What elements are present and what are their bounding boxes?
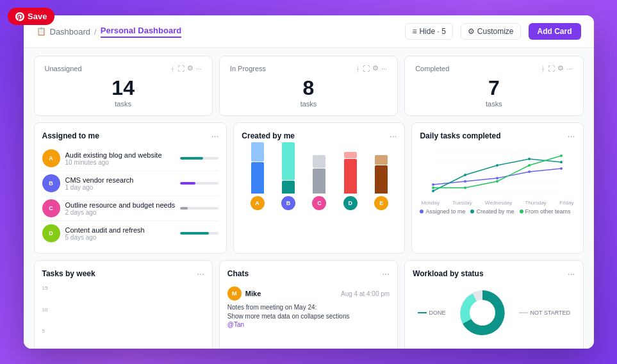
task-avatar: A [42,149,60,167]
svg-point-13 [528,158,531,160]
bar-avatar: E [374,196,388,210]
svg-point-14 [560,161,563,163]
task-time: 10 minutes ago [65,159,176,166]
bar-stack [276,142,301,194]
bar-top [251,142,264,161]
hide-icon: ≡ [412,27,416,36]
line-chart-svg [420,146,575,197]
main-content: Unassigned ⟊ ⛶ ⚙ ··· 14 tasks In Progres… [24,48,594,349]
breadcrumb-parent: Dashboard [50,27,91,37]
daily-menu-icon[interactable]: ··· [568,131,575,141]
chat-item: M Mike Aug 4 at 4:00 pm Notes from meeti… [227,284,390,331]
stat-card-unassigned: Unassigned ⟊ ⛶ ⚙ ··· 14 tasks [34,56,213,116]
week-bar [181,335,204,349]
expand-icon-2[interactable]: ⛶ [548,65,555,72]
week-y-label: 10 [42,307,202,313]
task-avatar: B [42,174,60,192]
task-item: B CMS vendor research 1 day ago [42,171,219,196]
pie-label-done-text: DONE [429,310,446,316]
chat-user: Mike [245,290,261,297]
stats-row: Unassigned ⟊ ⛶ ⚙ ··· 14 tasks In Progres… [34,56,584,116]
svg-point-19 [560,154,563,157]
task-info: Content audit and refresh 5 days ago [65,226,176,241]
bar-group: D [338,152,363,210]
task-item: A Audit existing blog and website 10 min… [42,146,219,171]
svg-point-21 [470,300,495,326]
svg-point-7 [496,177,498,179]
task-info: Audit existing blog and website 10 minut… [65,151,176,166]
bar-stack [338,152,363,194]
bar-avatar: C [312,196,326,210]
tasks-week-chart [55,335,204,349]
assigned-menu-icon[interactable]: ··· [211,131,219,141]
bar-stack [368,155,394,194]
settings-icon-2[interactable]: ⚙ [557,64,564,72]
bar-stack [306,155,332,194]
created-widget-title: Created by me [242,131,295,140]
workload-title: Workload by status [413,269,483,278]
stat-label-2: Completed [415,65,449,72]
bottom-row: Tasks by week ··· 15105 [34,260,584,349]
chat-time: Aug 4 at 4:00 pm [341,290,390,297]
settings-icon-1[interactable]: ⚙ [372,64,379,72]
svg-point-5 [432,183,434,186]
more-icon[interactable]: ··· [196,65,202,72]
task-name: Content audit and refresh [65,226,176,234]
chat-mention[interactable]: @Tan [227,321,390,328]
more-icon-1[interactable]: ··· [381,65,387,72]
stat-icons: ⟊ ⛶ ⚙ ··· [170,64,202,72]
task-info: Outline resource and budget needs 2 days… [65,201,176,216]
more-icon-2[interactable]: ··· [566,65,572,72]
task-progress-bar [180,207,188,210]
filter-icon[interactable]: ⟊ [170,65,175,72]
svg-point-18 [528,164,531,167]
created-bar-chart: A B C D E [242,146,397,210]
breadcrumb-current: Personal Dashboard [101,26,181,38]
filter-icon-1[interactable]: ⟊ [356,65,360,72]
week-bar [131,335,154,349]
filter-icon-2[interactable]: ⟊ [541,65,545,72]
task-progress [180,157,218,160]
task-item: D Content audit and refresh 5 days ago [42,221,219,245]
assigned-widget-title: Assigned to me [42,131,99,140]
task-info: CMS vendor research 1 day ago [65,176,176,191]
task-name: Outline resource and budget needs [65,201,176,209]
add-card-button[interactable]: Add Card [529,23,581,40]
x-label-fri: Friday [559,200,573,206]
legend-assigned-label: Assigned to me [425,208,465,215]
customize-button[interactable]: ⚙ Customize [461,23,521,40]
save-button[interactable]: Save [8,8,54,25]
breadcrumb-separator: / [94,27,97,37]
svg-point-11 [464,174,466,176]
legend-other: From other teams [520,208,571,215]
task-name: Audit existing blog and website [65,151,176,159]
stat-icons-1: ⟊ ⛶ ⚙ ··· [356,64,387,72]
daily-tasks-widget: Daily tasks completed ··· [411,122,583,254]
pie-labels-left: DONE [418,310,446,316]
legend-created-label: Created by me [476,208,514,215]
add-card-label: Add Card [538,27,572,36]
settings-icon[interactable]: ⚙ [187,64,193,72]
chart-legend: Assigned to me Created by me From other … [420,208,575,215]
chats-menu[interactable]: ··· [382,269,390,279]
week-y-label: 15 [42,285,202,291]
assigned-to-me-widget: Assigned to me ··· A Audit existing blog… [34,122,227,254]
expand-icon[interactable]: ⛶ [177,65,185,72]
workload-widget: Workload by status ··· DONE [404,260,583,349]
bar-top [375,155,388,165]
created-menu-icon[interactable]: ··· [390,131,397,141]
chat-header: M Mike Aug 4 at 4:00 pm [227,286,390,301]
save-label: Save [28,12,47,21]
tasks-week-menu[interactable]: ··· [197,269,204,279]
bar-top [344,152,357,158]
topbar: 📋 Dashboard / Personal Dashboard ≡ Hide … [24,15,594,48]
task-time: 1 day ago [65,184,176,191]
hide-button[interactable]: ≡ Hide · 5 [405,23,452,40]
bar-stack [244,142,270,194]
chats-widget: Chats ··· M Mike Aug 4 at 4:00 pm Notes … [219,260,398,349]
breadcrumb: 📋 Dashboard / Personal Dashboard [37,26,182,38]
expand-icon-1[interactable]: ⛶ [363,65,370,72]
svg-point-6 [464,180,466,183]
workload-menu[interactable]: ··· [568,269,575,279]
bar-bottom [282,181,295,194]
